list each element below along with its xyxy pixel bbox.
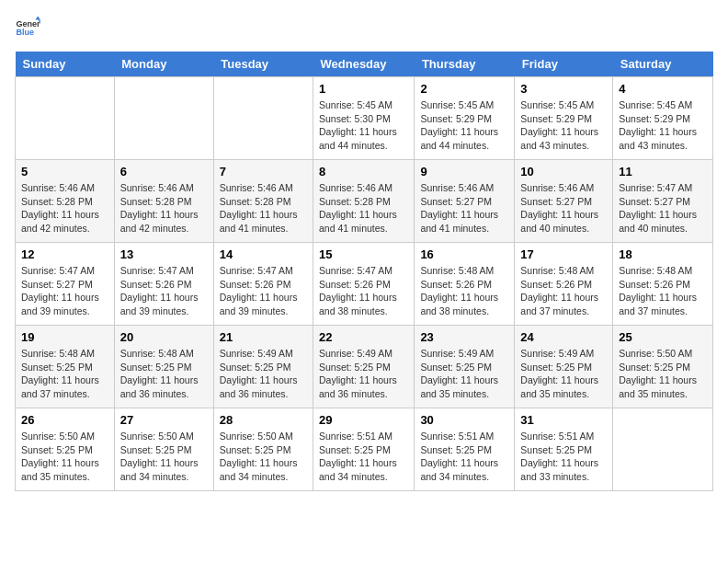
calendar-cell: 8Sunrise: 5:46 AMSunset: 5:28 PMDaylight… [313,160,415,243]
calendar-cell: 11Sunrise: 5:47 AMSunset: 5:27 PMDayligh… [613,160,713,243]
calendar-cell: 5Sunrise: 5:46 AMSunset: 5:28 PMDaylight… [16,160,115,243]
day-number: 10 [520,165,607,178]
day-number: 29 [319,413,408,427]
day-headers-row: SundayMondayTuesdayWednesdayThursdayFrid… [16,52,713,77]
svg-text:General: General [16,19,40,29]
day-number: 13 [120,247,208,261]
cell-info: Sunrise: 5:50 AMSunset: 5:25 PMDaylight:… [619,347,707,401]
cell-info: Sunrise: 5:47 AMSunset: 5:26 PMDaylight:… [120,264,208,318]
day-number: 31 [520,413,607,427]
week-row-2: 5Sunrise: 5:46 AMSunset: 5:28 PMDaylight… [16,160,713,243]
calendar-cell: 4Sunrise: 5:45 AMSunset: 5:29 PMDaylight… [613,77,713,160]
day-number: 28 [220,413,307,427]
page-header: General Blue [15,15,713,40]
week-row-3: 12Sunrise: 5:47 AMSunset: 5:27 PMDayligh… [16,243,713,326]
day-number: 15 [319,247,408,261]
cell-info: Sunrise: 5:50 AMSunset: 5:25 PMDaylight:… [220,430,307,484]
day-number: 1 [319,82,408,96]
calendar-cell: 25Sunrise: 5:50 AMSunset: 5:25 PMDayligh… [613,326,713,408]
week-row-4: 19Sunrise: 5:48 AMSunset: 5:25 PMDayligh… [16,326,713,408]
cell-info: Sunrise: 5:46 AMSunset: 5:27 PMDaylight:… [520,181,607,236]
col-header-wednesday: Wednesday [313,52,415,77]
day-number: 8 [319,165,408,178]
calendar-cell: 14Sunrise: 5:47 AMSunset: 5:26 PMDayligh… [213,243,313,326]
calendar-cell: 29Sunrise: 5:51 AMSunset: 5:25 PMDayligh… [313,408,415,491]
day-number: 23 [420,330,508,344]
calendar-cell: 21Sunrise: 5:49 AMSunset: 5:25 PMDayligh… [213,326,313,408]
cell-info: Sunrise: 5:50 AMSunset: 5:25 PMDaylight:… [120,430,208,484]
col-header-saturday: Saturday [613,52,713,77]
calendar-cell: 2Sunrise: 5:45 AMSunset: 5:29 PMDaylight… [415,77,515,160]
week-row-5: 26Sunrise: 5:50 AMSunset: 5:25 PMDayligh… [16,408,713,491]
day-number: 18 [619,247,707,261]
calendar-cell [16,77,115,160]
day-number: 25 [619,330,707,344]
cell-info: Sunrise: 5:47 AMSunset: 5:27 PMDaylight:… [619,181,707,236]
calendar-cell: 31Sunrise: 5:51 AMSunset: 5:25 PMDayligh… [515,408,613,491]
day-number: 20 [120,330,208,344]
day-number: 24 [520,330,607,344]
cell-info: Sunrise: 5:50 AMSunset: 5:25 PMDaylight:… [21,430,108,484]
day-number: 6 [120,165,208,178]
calendar-table: SundayMondayTuesdayWednesdayThursdayFrid… [15,52,713,491]
calendar-cell: 3Sunrise: 5:45 AMSunset: 5:29 PMDaylight… [515,77,613,160]
cell-info: Sunrise: 5:46 AMSunset: 5:28 PMDaylight:… [120,181,208,236]
calendar-cell: 18Sunrise: 5:48 AMSunset: 5:26 PMDayligh… [613,243,713,326]
cell-info: Sunrise: 5:45 AMSunset: 5:30 PMDaylight:… [319,98,408,153]
cell-info: Sunrise: 5:49 AMSunset: 5:25 PMDaylight:… [220,347,307,401]
week-row-1: 1Sunrise: 5:45 AMSunset: 5:30 PMDaylight… [16,77,713,160]
calendar-cell [613,408,713,491]
calendar-cell: 12Sunrise: 5:47 AMSunset: 5:27 PMDayligh… [16,243,115,326]
calendar-cell: 30Sunrise: 5:51 AMSunset: 5:25 PMDayligh… [415,408,515,491]
calendar-cell: 19Sunrise: 5:48 AMSunset: 5:25 PMDayligh… [16,326,115,408]
col-header-monday: Monday [114,52,213,77]
cell-info: Sunrise: 5:48 AMSunset: 5:26 PMDaylight:… [520,264,607,318]
day-number: 3 [520,82,607,96]
cell-info: Sunrise: 5:51 AMSunset: 5:25 PMDaylight:… [319,430,408,484]
col-header-tuesday: Tuesday [213,52,313,77]
calendar-cell: 16Sunrise: 5:48 AMSunset: 5:26 PMDayligh… [415,243,515,326]
day-number: 4 [619,82,707,96]
calendar-cell: 27Sunrise: 5:50 AMSunset: 5:25 PMDayligh… [114,408,213,491]
calendar-cell: 23Sunrise: 5:49 AMSunset: 5:25 PMDayligh… [415,326,515,408]
col-header-thursday: Thursday [415,52,515,77]
calendar-cell: 20Sunrise: 5:48 AMSunset: 5:25 PMDayligh… [114,326,213,408]
logo: General Blue [15,15,40,40]
day-number: 27 [120,413,208,427]
cell-info: Sunrise: 5:48 AMSunset: 5:26 PMDaylight:… [420,264,508,318]
cell-info: Sunrise: 5:45 AMSunset: 5:29 PMDaylight:… [619,98,707,153]
day-number: 21 [220,330,307,344]
calendar-cell: 28Sunrise: 5:50 AMSunset: 5:25 PMDayligh… [213,408,313,491]
calendar-cell: 6Sunrise: 5:46 AMSunset: 5:28 PMDaylight… [114,160,213,243]
calendar-cell: 15Sunrise: 5:47 AMSunset: 5:26 PMDayligh… [313,243,415,326]
col-header-sunday: Sunday [16,52,115,77]
calendar-cell: 17Sunrise: 5:48 AMSunset: 5:26 PMDayligh… [515,243,613,326]
day-number: 30 [420,413,508,427]
cell-info: Sunrise: 5:45 AMSunset: 5:29 PMDaylight:… [520,98,607,153]
cell-info: Sunrise: 5:46 AMSunset: 5:27 PMDaylight:… [420,181,508,236]
day-number: 11 [619,165,707,178]
calendar-cell: 22Sunrise: 5:49 AMSunset: 5:25 PMDayligh… [313,326,415,408]
cell-info: Sunrise: 5:49 AMSunset: 5:25 PMDaylight:… [420,347,508,401]
day-number: 16 [420,247,508,261]
calendar-cell [114,77,213,160]
cell-info: Sunrise: 5:47 AMSunset: 5:27 PMDaylight:… [21,264,108,318]
svg-marker-2 [35,16,40,19]
cell-info: Sunrise: 5:48 AMSunset: 5:25 PMDaylight:… [120,347,208,401]
day-number: 22 [319,330,408,344]
day-number: 26 [21,413,108,427]
cell-info: Sunrise: 5:51 AMSunset: 5:25 PMDaylight:… [420,430,508,484]
cell-info: Sunrise: 5:45 AMSunset: 5:29 PMDaylight:… [420,98,508,153]
svg-text:Blue: Blue [16,28,34,37]
day-number: 12 [21,247,108,261]
calendar-cell: 7Sunrise: 5:46 AMSunset: 5:28 PMDaylight… [213,160,313,243]
col-header-friday: Friday [515,52,613,77]
cell-info: Sunrise: 5:48 AMSunset: 5:25 PMDaylight:… [21,347,108,401]
day-number: 19 [21,330,108,344]
cell-info: Sunrise: 5:47 AMSunset: 5:26 PMDaylight:… [319,264,408,318]
cell-info: Sunrise: 5:47 AMSunset: 5:26 PMDaylight:… [220,264,307,318]
calendar-cell: 1Sunrise: 5:45 AMSunset: 5:30 PMDaylight… [313,77,415,160]
calendar-cell: 9Sunrise: 5:46 AMSunset: 5:27 PMDaylight… [415,160,515,243]
calendar-cell: 13Sunrise: 5:47 AMSunset: 5:26 PMDayligh… [114,243,213,326]
cell-info: Sunrise: 5:46 AMSunset: 5:28 PMDaylight:… [21,181,108,236]
